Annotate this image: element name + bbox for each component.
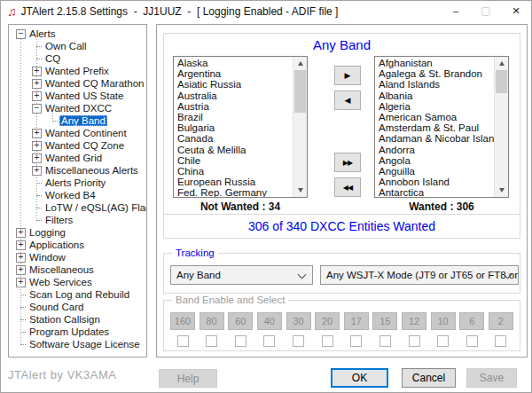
collapse-icon[interactable]: − [16, 29, 26, 39]
band-60-checkbox[interactable] [235, 335, 246, 347]
tree-item-lotw-eqsl-ag-flags[interactable]: LoTW / eQSL(AG) Flags [9, 201, 146, 214]
move-all-right-button[interactable]: ▶▶ [334, 153, 361, 172]
move-left-button[interactable]: ◀ [334, 90, 361, 110]
tree-item-wanted-dxcc[interactable]: −Wanted DXCC [9, 102, 146, 114]
scroll-thumb[interactable] [294, 70, 306, 113]
list-item-amsterdam-st-paul[interactable]: Amsterdam & St. Paul [375, 122, 494, 133]
band-20-checkbox[interactable] [322, 335, 333, 347]
list-item-anguilla[interactable]: Anguilla [375, 166, 494, 177]
tree-item-alerts-priority[interactable]: Alerts Priority [9, 177, 146, 189]
tree-item-wanted-prefix[interactable]: +Wanted Prefix [9, 65, 146, 77]
list-item-annobon-island[interactable]: Annobon Island [375, 177, 494, 187]
collapse-icon[interactable]: − [32, 104, 42, 114]
band-10-checkbox[interactable] [437, 335, 449, 347]
not-wanted-scrollbar[interactable] [293, 57, 307, 197]
expand-icon[interactable]: + [32, 153, 42, 163]
tree-item-filters[interactable]: Filters [9, 214, 146, 226]
scroll-up-icon[interactable] [495, 57, 508, 70]
expand-icon[interactable]: + [32, 91, 42, 101]
tree-item-wanted-cq-marathon[interactable]: +Wanted CQ Marathon [9, 77, 146, 90]
list-item-albania[interactable]: Albania [375, 90, 494, 101]
expand-icon[interactable]: + [16, 253, 26, 263]
expand-icon[interactable]: + [16, 240, 26, 250]
band-40-button[interactable]: 40 [257, 312, 282, 330]
list-item-asiatic-russia[interactable]: Asiatic Russia [174, 79, 293, 90]
list-item-canada[interactable]: Canada [174, 133, 293, 144]
tracking-mode-select[interactable]: Any WSJT-X Mode (JT9 or JT65 or FT8 or F… [320, 265, 519, 285]
tree-item-alerts[interactable]: −Alerts [9, 28, 146, 40]
band-2-button[interactable]: 2 [489, 312, 513, 330]
list-item-fed-rep-germany[interactable]: Fed. Rep. Germany [174, 187, 293, 197]
scroll-up-icon[interactable] [293, 57, 307, 70]
expand-icon[interactable]: + [32, 129, 42, 138]
band-6-button[interactable]: 6 [459, 312, 484, 330]
tree-item-logging[interactable]: +Logging [9, 226, 146, 239]
list-item-china[interactable]: China [174, 166, 293, 177]
list-item-antarctica[interactable]: Antarctica [375, 187, 494, 197]
list-item-european-russia[interactable]: European Russia [174, 177, 293, 187]
expand-icon[interactable]: + [32, 166, 42, 176]
scroll-down-icon[interactable] [293, 184, 307, 197]
tree-item-sound-card[interactable]: Sound Card [9, 301, 146, 313]
tree-item-applications[interactable]: +Applications [9, 239, 146, 251]
wanted-list[interactable]: AfghanistanAgalega & St. BrandonAland Is… [374, 56, 509, 198]
tree-item-worked-b4[interactable]: Worked B4 [9, 189, 146, 201]
tree-item-wanted-us-state[interactable]: +Wanted US State [9, 90, 146, 102]
list-item-chile[interactable]: Chile [174, 155, 293, 166]
tree-item-scan-log-and-rebuild[interactable]: Scan Log and Rebuild [9, 288, 146, 301]
list-item-argentina[interactable]: Argentina [174, 68, 293, 79]
tree-item-miscellaneous-alerts[interactable]: +Miscellaneous Alerts [9, 164, 146, 177]
close-icon[interactable]: ✕ [501, 1, 531, 21]
expand-icon[interactable]: + [32, 67, 42, 76]
expand-icon[interactable]: + [16, 265, 26, 275]
band-2-checkbox[interactable] [495, 335, 506, 347]
tree-item-miscellaneous[interactable]: +Miscellaneous [9, 263, 146, 276]
list-item-algeria[interactable]: Algeria [375, 101, 494, 112]
tree-item-software-usage-license[interactable]: Software Usage License [9, 338, 146, 350]
expand-icon[interactable]: + [16, 228, 26, 238]
list-item-australia[interactable]: Australia [174, 90, 293, 101]
band-60-button[interactable]: 60 [228, 312, 253, 330]
band-160-button[interactable]: 160 [170, 312, 195, 330]
save-button[interactable]: Save [466, 368, 517, 388]
list-item-agalega-st-brandon[interactable]: Agalega & St. Brandon [375, 68, 494, 79]
band-12-button[interactable]: 12 [402, 312, 426, 330]
tree-item-web-services[interactable]: +Web Services [9, 276, 146, 288]
expand-icon[interactable]: + [16, 278, 26, 287]
list-item-andaman-nicobar-islands[interactable]: Andaman & Nicobar Islands [375, 133, 494, 144]
expand-icon[interactable]: + [32, 141, 42, 151]
list-item-alaska[interactable]: Alaska [174, 58, 293, 68]
tracking-band-select[interactable]: Any Band [170, 265, 313, 285]
list-item-american-samoa[interactable]: American Samoa [375, 112, 494, 122]
cancel-button[interactable]: Cancel [402, 368, 456, 388]
list-item-austria[interactable]: Austria [174, 101, 293, 112]
expand-icon[interactable]: + [32, 79, 42, 89]
tree-item-window[interactable]: +Window [9, 251, 146, 263]
tree-item-program-updates[interactable]: Program Updates [9, 326, 146, 338]
list-item-angola[interactable]: Angola [375, 155, 494, 166]
move-all-left-button[interactable]: ◀◀ [334, 177, 361, 197]
band-80-button[interactable]: 80 [200, 312, 224, 330]
band-12-checkbox[interactable] [409, 335, 420, 347]
scroll-thumb[interactable] [496, 70, 507, 93]
list-item-afghanistan[interactable]: Afghanistan [375, 58, 494, 68]
band-15-checkbox[interactable] [379, 335, 391, 347]
not-wanted-list[interactable]: AlaskaArgentinaAsiatic RussiaAustraliaAu… [173, 56, 308, 198]
tree-item-wanted-cq-zone[interactable]: +Wanted CQ Zone [9, 139, 146, 152]
minimize-icon[interactable]: – [441, 1, 471, 21]
band-80-checkbox[interactable] [206, 335, 217, 347]
band-30-checkbox[interactable] [293, 335, 304, 347]
band-6-checkbox[interactable] [466, 335, 478, 347]
ok-button[interactable]: OK [331, 368, 388, 388]
band-15-button[interactable]: 15 [372, 312, 397, 330]
band-10-button[interactable]: 10 [431, 312, 456, 330]
list-item-ceuta-melilla[interactable]: Ceuta & Melilla [174, 145, 293, 155]
band-17-checkbox[interactable] [350, 335, 362, 347]
list-item-andorra[interactable]: Andorra [375, 145, 494, 155]
list-item-aland-islands[interactable]: Aland Islands [375, 79, 494, 90]
tree-item-wanted-grid[interactable]: +Wanted Grid [9, 152, 146, 164]
band-40-checkbox[interactable] [263, 335, 275, 347]
band-20-button[interactable]: 20 [315, 312, 340, 330]
tree-item-own-call[interactable]: Own Call [9, 40, 146, 52]
settings-tree[interactable]: −AlertsOwn CallCQ+Wanted Prefix+Wanted C… [8, 24, 147, 358]
